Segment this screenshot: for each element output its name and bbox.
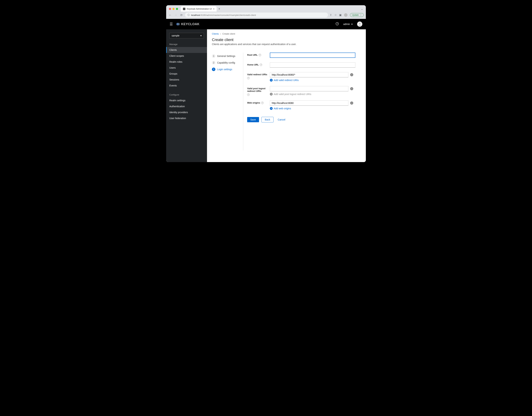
realm-name: sample: [171, 34, 180, 37]
chevron-right-icon: ›: [220, 32, 221, 35]
hamburger-menu-icon[interactable]: ☰: [170, 22, 173, 26]
brand-text: KEYCLOAK: [181, 22, 200, 26]
app-header: ☰ KEYCLOAK ? admin ▾: [166, 19, 366, 29]
add-valid-post-logout-button[interactable]: +Add valid post logout redirect URIs: [270, 93, 361, 96]
page-title: Create client: [212, 38, 361, 42]
sidebar-item-users[interactable]: Users: [166, 65, 207, 71]
brand-logo[interactable]: KEYCLOAK: [176, 22, 200, 26]
add-valid-post-logout-label: Add valid post logout redirect URIs: [274, 93, 311, 96]
url-host: localhost: [191, 14, 200, 16]
plus-icon: +: [270, 79, 273, 82]
nav-reload-button[interactable]: ⟳: [180, 13, 183, 17]
row-root-url: Root URL ?: [247, 53, 361, 58]
close-window-icon[interactable]: [169, 8, 171, 10]
svg-text:?: ?: [337, 23, 338, 25]
tab-bar: Keycloak Administration UI × + ⌄: [166, 5, 366, 11]
row-home-url: Home URL ?: [247, 62, 361, 68]
step-label: Login settings: [217, 68, 232, 71]
help-icon[interactable]: ?: [260, 64, 262, 66]
wizard: 1 General Settings 2 Capability config 3…: [212, 53, 361, 150]
remove-icon[interactable]: −: [350, 73, 353, 76]
update-label: Update: [352, 14, 359, 16]
sidebar-item-groups[interactable]: Groups: [166, 71, 207, 77]
nav-back-button[interactable]: ←: [168, 13, 172, 17]
web-origins-label: Web origins: [247, 101, 260, 104]
sidebar-item-realm-roles[interactable]: Realm roles: [166, 59, 207, 65]
help-icon[interactable]: ?: [259, 54, 261, 56]
avatar-icon[interactable]: [357, 21, 362, 27]
save-button[interactable]: Save: [247, 117, 259, 122]
wizard-step-general[interactable]: 1 General Settings: [212, 54, 243, 58]
row-valid-post-logout: Valid post logout redirect URIs ? − +Add…: [247, 86, 361, 96]
breadcrumb-current: Create client: [222, 32, 235, 35]
address-bar-row: ← → ⟳ ⓘ localhost:8180/admin/master/cons…: [166, 11, 366, 19]
sidebar-item-sessions[interactable]: Sessions: [166, 77, 207, 83]
update-button[interactable]: Update ⋮: [350, 13, 364, 17]
new-tab-button[interactable]: +: [218, 7, 220, 11]
realm-selector[interactable]: sample ▾: [169, 33, 204, 39]
add-web-origins-label: Add web origins: [274, 107, 291, 110]
maximize-window-icon[interactable]: [176, 8, 178, 10]
root-url-input[interactable]: [270, 53, 355, 58]
remove-icon[interactable]: −: [350, 101, 353, 105]
row-valid-redirect: Valid redirect URIs ? − +Add valid redir…: [247, 72, 361, 82]
kebab-icon: ⋮: [360, 14, 362, 16]
step-number: 1: [212, 54, 215, 58]
sidebar-item-clients[interactable]: Clients: [166, 47, 207, 53]
app-body: sample ▾ Manage Clients Client scopes Re…: [166, 29, 366, 162]
sidebar-section-configure: Configure: [166, 92, 207, 97]
user-menu[interactable]: admin ▾: [343, 23, 352, 26]
caret-down-icon: ▾: [351, 23, 352, 26]
wizard-step-capability[interactable]: 2 Capability config: [212, 61, 243, 64]
plus-icon: +: [270, 107, 273, 110]
help-icon[interactable]: ?: [261, 102, 264, 104]
sidebar-item-client-scopes[interactable]: Client scopes: [166, 53, 207, 59]
home-url-input[interactable]: [270, 62, 355, 68]
web-origins-input[interactable]: [270, 100, 348, 106]
tab-overflow-icon[interactable]: ⌄: [361, 8, 363, 10]
step-label: Capability config: [217, 61, 235, 64]
cancel-button[interactable]: Cancel: [276, 117, 287, 122]
sidebar-item-identity-providers[interactable]: Identity providers: [166, 109, 207, 115]
user-name: admin: [343, 23, 350, 26]
plus-icon: +: [270, 93, 273, 96]
breadcrumb-link-clients[interactable]: Clients: [212, 32, 219, 35]
add-web-origins-button[interactable]: +Add web origins: [270, 107, 361, 110]
url-path: :8180/admin/master/console/#/sample/clie…: [200, 14, 256, 16]
browser-tab[interactable]: Keycloak Administration UI ×: [181, 6, 217, 11]
page-subtitle: Clients are applications and services th…: [212, 43, 361, 46]
sidebar-item-events[interactable]: Events: [166, 83, 207, 88]
valid-redirect-label: Valid redirect URIs: [247, 73, 267, 76]
valid-redirect-input[interactable]: [270, 72, 348, 77]
share-icon[interactable]: ⇪: [330, 13, 332, 17]
sidebar-item-authentication[interactable]: Authentication: [166, 103, 207, 109]
form-actions: Save Back Cancel: [247, 117, 361, 122]
profile-icon[interactable]: [344, 13, 348, 17]
wizard-step-login[interactable]: 3 Login settings: [212, 68, 243, 71]
help-icon[interactable]: ?: [336, 22, 339, 26]
site-info-icon[interactable]: ⓘ: [188, 13, 190, 17]
sidebar-section-manage: Manage: [166, 42, 207, 47]
extensions-icon[interactable]: ▣: [339, 13, 342, 17]
back-button[interactable]: Back: [261, 117, 274, 122]
root-url-label: Root URL: [247, 54, 258, 56]
row-web-origins: Web origins ? − +Add web origins: [247, 100, 361, 110]
browser-chrome: Keycloak Administration UI × + ⌄ ← → ⟳ ⓘ…: [166, 5, 366, 19]
remove-icon[interactable]: −: [350, 87, 353, 90]
minimize-window-icon[interactable]: [172, 8, 175, 10]
step-label: General Settings: [217, 55, 235, 58]
sidebar-item-realm-settings[interactable]: Realm settings: [166, 97, 207, 103]
sidebar: sample ▾ Manage Clients Client scopes Re…: [166, 29, 207, 162]
help-icon[interactable]: ?: [247, 77, 250, 79]
help-icon[interactable]: ?: [247, 93, 250, 96]
add-valid-redirect-button[interactable]: +Add valid redirect URIs: [270, 79, 361, 82]
bookmark-icon[interactable]: ☆: [334, 13, 337, 17]
address-bar[interactable]: ⓘ localhost:8180/admin/master/console/#/…: [185, 13, 328, 18]
sidebar-item-user-federation[interactable]: User federation: [166, 115, 207, 121]
valid-post-logout-input[interactable]: [270, 86, 348, 91]
tab-close-icon[interactable]: ×: [213, 8, 215, 10]
home-url-label: Home URL: [247, 63, 259, 66]
step-number: 2: [212, 61, 215, 64]
nav-forward-button[interactable]: →: [174, 13, 178, 17]
window-controls: [169, 8, 178, 10]
